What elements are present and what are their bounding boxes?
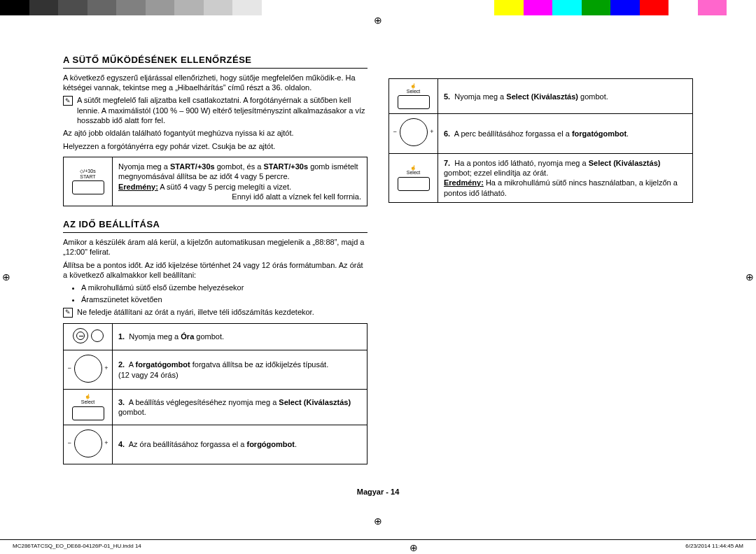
table-row: 1. Nyomja meg a Óra gombot. bbox=[64, 323, 368, 350]
body-text: Állítsa be a pontos időt. Az idő kijelzé… bbox=[63, 260, 368, 280]
registration-mark-icon: ⊕ bbox=[1, 272, 11, 282]
start-icon-label-bottom: START bbox=[66, 174, 109, 180]
start-icon-label-top: ◇/+30s bbox=[66, 169, 109, 174]
step-text-cell: Nyomja meg a START/+30s gombot, és a STA… bbox=[113, 157, 368, 206]
table-row: 6. A perc beállításához forgassa el a fo… bbox=[389, 114, 693, 153]
list-item: A mikrohullámú sütő első üzembe helyezés… bbox=[81, 283, 368, 292]
step-text-cell: 1. Nyomja meg a Óra gombot. bbox=[113, 323, 368, 350]
step-icon-cell bbox=[64, 350, 113, 390]
left-column: A SÜTŐ MŰKÖDÉSÉNEK ELLENŐRZÉSE A követke… bbox=[63, 42, 368, 512]
step-text-cell: 2. A forgatógombot forgatva állítsa be a… bbox=[113, 350, 368, 390]
table-row: ☝ Select 7. Ha a pontos idő látható, nyo… bbox=[389, 153, 693, 202]
note-text: A sütőt megfelelő fali aljzatba kell csa… bbox=[77, 95, 368, 125]
step-icon-cell bbox=[64, 323, 113, 350]
print-colorbar bbox=[0, 0, 756, 15]
section-heading-check: A SÜTŐ MŰKÖDÉSÉNEK ELLENŐRZÉSE bbox=[63, 55, 368, 69]
note-block: ✎ Ne feledje átállítani az órát a nyári,… bbox=[63, 307, 368, 318]
section-heading-time: AZ IDŐ BEÁLLÍTÁSA bbox=[63, 219, 368, 233]
page-body: A SÜTŐ MŰKÖDÉSÉNEK ELLENŐRZÉSE A követke… bbox=[63, 42, 693, 512]
dial-icon bbox=[74, 355, 102, 383]
right-column: ☝ Select 5. Nyomja meg a Select (Kiválas… bbox=[388, 42, 693, 512]
footer-filename: MC286TATCSQ_EO_DE68-04126P-01_HU.indd 14 bbox=[13, 543, 141, 553]
time-steps-table: 1. Nyomja meg a Óra gombot. 2. A forgató… bbox=[63, 323, 368, 464]
step-icon-cell: ◇/+30s START bbox=[64, 157, 113, 206]
bullet-list: A mikrohullámú sütő első üzembe helyezés… bbox=[63, 283, 368, 304]
registration-mark-icon: ⊕ bbox=[745, 272, 755, 282]
display-icon bbox=[72, 180, 104, 194]
step-text-cell: 3. A beállítás véglegesítéséhez nyomja m… bbox=[113, 390, 368, 425]
page-footer-center: Magyar - 14 bbox=[63, 487, 693, 497]
time-steps-table-cont: ☝ Select 5. Nyomja meg a Select (Kiválas… bbox=[388, 78, 693, 203]
registration-mark-icon: ⊕ bbox=[373, 15, 383, 25]
dial-icon bbox=[74, 429, 102, 457]
table-row: 2. A forgatógombot forgatva állítsa be a… bbox=[64, 350, 368, 390]
note-text: Ne feledje átállítani az órát a nyári, i… bbox=[77, 307, 314, 318]
registration-mark-icon: ⊕ bbox=[373, 516, 383, 526]
dial-icon bbox=[400, 118, 428, 146]
intro-text: A következő egyszerű eljárással ellenőri… bbox=[63, 73, 368, 93]
step-icon-cell: ☝ Select bbox=[389, 79, 438, 114]
step-text-cell: 7. Ha a pontos idő látható, nyomja meg a… bbox=[438, 153, 693, 202]
step-icon-cell: ☝ Select bbox=[389, 153, 438, 202]
list-item: Áramszünetet követően bbox=[81, 294, 368, 304]
body-text: Helyezzen a forgótányérra egy pohár vize… bbox=[63, 141, 368, 151]
step-tail-text: Ennyi idő alatt a víznek fel kell forrni… bbox=[118, 192, 361, 201]
clock-icon bbox=[73, 328, 104, 343]
step-icon-cell bbox=[64, 425, 113, 464]
step-text-cell: 6. A perc beállításához forgassa el a fo… bbox=[438, 114, 693, 153]
table-row: ☝ Select 5. Nyomja meg a Select (Kiválas… bbox=[389, 79, 693, 114]
step-icon-cell bbox=[389, 114, 438, 153]
body-text: Az ajtó jobb oldalán található fogantyút… bbox=[63, 128, 368, 138]
table-row: 4. Az óra beállításához forgassa el a fo… bbox=[64, 425, 368, 464]
select-label: Select bbox=[66, 399, 109, 405]
print-footer: MC286TATCSQ_EO_DE68-04126P-01_HU.indd 14… bbox=[0, 539, 756, 553]
select-label: Select bbox=[392, 89, 435, 94]
display-icon bbox=[398, 177, 430, 191]
step-icon-cell: ☝ Select bbox=[64, 390, 113, 425]
start-step-table: ◇/+30s START Nyomja meg a START/+30s gom… bbox=[63, 157, 368, 206]
display-icon bbox=[72, 406, 104, 420]
body-text: Amikor a készülék áram alá kerül, a kije… bbox=[63, 237, 368, 257]
display-icon bbox=[398, 95, 430, 109]
footer-timestamp: 6/23/2014 11:44:45 AM bbox=[685, 543, 743, 553]
select-label: Select bbox=[392, 170, 435, 176]
registration-mark-icon: ⊕ bbox=[409, 543, 419, 553]
note-icon: ✎ bbox=[63, 96, 73, 106]
note-block: ✎ A sütőt megfelelő fali aljzatba kell c… bbox=[63, 95, 368, 125]
note-icon: ✎ bbox=[63, 308, 73, 318]
step-text-cell: 4. Az óra beállításához forgassa el a fo… bbox=[113, 425, 368, 464]
step-text-cell: 5. Nyomja meg a Select (Kiválasztás) gom… bbox=[438, 79, 693, 114]
table-row: ☝ Select 3. A beállítás véglegesítéséhez… bbox=[64, 390, 368, 425]
